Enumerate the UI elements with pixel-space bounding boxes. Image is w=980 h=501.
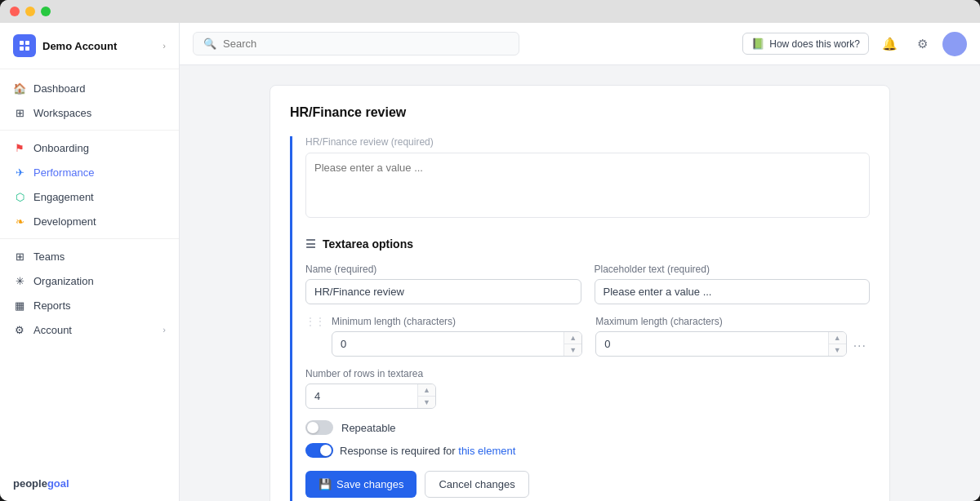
topbar-right: 📗 How does this work? 🔔 ⚙ [742, 32, 967, 56]
drag-handle[interactable]: ⋮⋮ [305, 316, 325, 327]
required-text: Response is required for this element [340, 445, 515, 457]
account-icon [13, 34, 36, 57]
sidebar-item-account[interactable]: ⚙ Account › [0, 317, 179, 342]
sidebar-item-label: Organization [33, 275, 94, 287]
svg-rect-0 [20, 41, 24, 45]
cancel-changes-button[interactable]: Cancel changes [425, 471, 528, 498]
name-placeholder-row: Name (required) Placeholder text (requir… [305, 264, 870, 304]
close-button[interactable] [10, 7, 20, 16]
sidebar-item-workspaces[interactable]: ⊞ Workspaces [0, 100, 179, 125]
rows-input[interactable] [305, 384, 436, 409]
search-box[interactable]: 🔍 [193, 32, 519, 55]
rows-input-wrap: ▲ ▼ [305, 384, 436, 409]
user-avatar[interactable] [942, 32, 967, 56]
required-link[interactable]: this element [458, 445, 515, 457]
main-content: 🔍 📗 How does this work? 🔔 ⚙ [180, 23, 980, 501]
max-length-input[interactable] [595, 331, 846, 357]
repeatable-toggle[interactable] [305, 420, 333, 435]
save-changes-button[interactable]: 💾 Save changes [305, 471, 416, 498]
sidebar-item-label: Engagement [33, 191, 94, 203]
rows-arrows: ▲ ▼ [417, 384, 435, 408]
sidebar-item-label: Onboarding [33, 142, 89, 154]
name-field-group: Name (required) [305, 264, 581, 304]
workspaces-icon: ⊞ [13, 106, 26, 119]
sidebar-item-label: Teams [33, 250, 65, 263]
performance-icon: ✈ [13, 166, 26, 179]
settings-button[interactable]: ⚙ [910, 32, 934, 56]
rows-down-arrow[interactable]: ▼ [418, 397, 435, 408]
svg-rect-1 [25, 41, 29, 45]
engagement-icon: ⬡ [13, 190, 26, 203]
search-icon: 🔍 [203, 38, 216, 50]
sidebar-item-performance[interactable]: ✈ Performance [0, 160, 179, 184]
sidebar-item-reports[interactable]: ▦ Reports [0, 293, 179, 317]
sidebar-item-teams[interactable]: ⊞ Teams [0, 244, 179, 268]
sidebar-item-label: Performance [33, 166, 94, 179]
min-length-label: Minimum length (characters) [332, 316, 582, 327]
sidebar-item-engagement[interactable]: ⬡ Engagement [0, 184, 179, 209]
max-length-input-wrap: ▲ ▼ [595, 331, 846, 357]
min-length-input[interactable] [332, 331, 582, 357]
repeatable-toggle-row: Repeatable [305, 420, 870, 435]
rows-label: Number of rows in textarea [305, 368, 436, 379]
notifications-button[interactable]: 🔔 [877, 32, 902, 56]
max-length-label: Maximum length (characters) [595, 316, 846, 327]
name-input[interactable] [305, 279, 581, 304]
topbar: 🔍 📗 How does this work? 🔔 ⚙ [180, 23, 980, 65]
sidebar-logo: peoplegoal [0, 466, 179, 501]
teams-icon: ⊞ [13, 250, 26, 263]
toggle-thumb [307, 422, 318, 433]
development-icon: ❧ [13, 215, 26, 228]
nav-divider [0, 130, 179, 131]
dashboard-icon: 🏠 [13, 82, 26, 95]
account-chevron: › [163, 325, 166, 335]
placeholder-field-group: Placeholder text (required) [595, 264, 871, 304]
help-button[interactable]: 📗 How does this work? [742, 33, 869, 55]
sidebar-item-dashboard[interactable]: 🏠 Dashboard [0, 76, 179, 100]
sidebar-item-label: Development [33, 215, 96, 228]
card-title: HR/Finance review [290, 105, 870, 120]
help-label: How does this work? [769, 38, 860, 50]
sidebar-item-organization[interactable]: ✳ Organization [0, 268, 179, 293]
sidebar-item-label: Reports [33, 299, 71, 312]
svg-rect-2 [20, 47, 24, 51]
maximize-button[interactable] [41, 7, 51, 16]
min-length-down-arrow[interactable]: ▼ [564, 344, 581, 356]
organization-icon: ✳ [13, 274, 26, 287]
max-length-down-arrow[interactable]: ▼ [829, 344, 846, 356]
minimize-button[interactable] [25, 7, 35, 16]
svg-rect-3 [25, 47, 29, 51]
min-max-fields: Minimum length (characters) ▲ ▼ [332, 316, 847, 357]
min-max-row: ⋮⋮ Minimum length (characters) ▲ [305, 316, 870, 357]
reports-icon: ▦ [13, 299, 26, 312]
rows-group: Number of rows in textarea ▲ ▼ [305, 368, 436, 409]
more-options-button[interactable]: ··· [850, 339, 870, 353]
sidebar-item-onboarding[interactable]: ⚑ Onboarding [0, 135, 179, 160]
form-card: HR/Finance review HR/Finance review (req… [270, 85, 890, 501]
repeatable-label: Repeatable [341, 422, 396, 434]
sidebar-item-label: Workspaces [33, 107, 91, 119]
action-buttons: 💾 Save changes Cancel changes [305, 471, 870, 498]
rows-up-arrow[interactable]: ▲ [418, 384, 435, 397]
account-switcher[interactable]: Demo Account › [0, 23, 179, 69]
sidebar-item-development[interactable]: ❧ Development [0, 209, 179, 233]
help-icon: 📗 [751, 38, 764, 50]
preview-textarea[interactable] [305, 153, 870, 218]
save-icon: 💾 [318, 478, 332, 490]
field-label: HR/Finance review (required) [305, 136, 870, 148]
options-section-header: ☰ Textarea options [305, 237, 870, 250]
account-chevron-icon: › [163, 41, 166, 51]
sidebar: Demo Account › 🏠 Dashboard ⊞ Workspaces … [0, 23, 180, 501]
max-length-group: Maximum length (characters) ▲ ▼ [595, 316, 846, 357]
onboarding-icon: ⚑ [13, 141, 26, 154]
placeholder-input[interactable] [595, 279, 871, 304]
sidebar-item-label: Account [33, 324, 72, 336]
required-toggle-thumb [320, 445, 332, 456]
nav-divider-2 [0, 238, 179, 239]
placeholder-label: Placeholder text (required) [595, 264, 871, 275]
search-input[interactable] [223, 38, 509, 50]
menu-icon: ☰ [305, 237, 316, 250]
required-toggle[interactable] [305, 443, 333, 458]
min-length-up-arrow[interactable]: ▲ [564, 332, 581, 344]
max-length-up-arrow[interactable]: ▲ [829, 332, 846, 344]
